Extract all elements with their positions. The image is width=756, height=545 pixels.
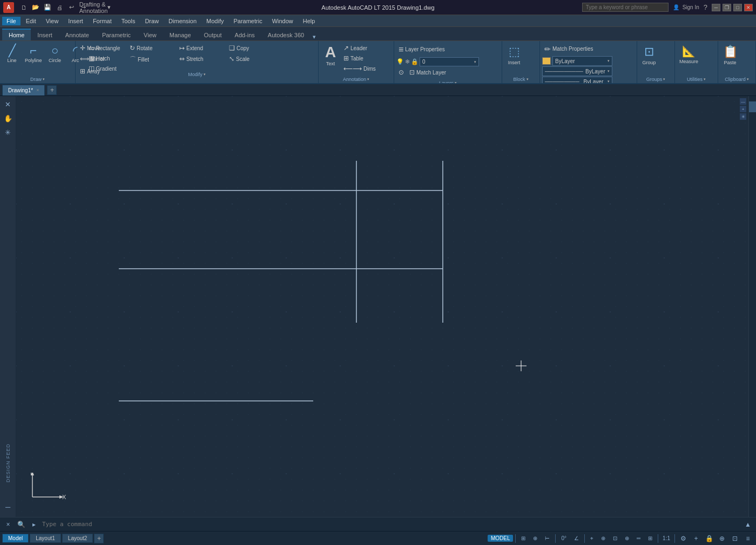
command-input[interactable] [42, 521, 740, 528]
pan-panel-button[interactable]: ✋ [2, 112, 14, 124]
status-lock[interactable]: 🔒 [703, 533, 715, 544]
tab-insert[interactable]: Insert [31, 29, 59, 40]
status-track[interactable]: ⊕ [598, 535, 609, 542]
clipboard-group-label[interactable]: Clipboard ▾ [718, 76, 755, 83]
extend-button[interactable]: ↦Extend [177, 43, 226, 53]
settings-panel-button[interactable]: ✳ [2, 126, 14, 138]
menu-window[interactable]: Window [268, 17, 298, 25]
menu-dimension[interactable]: Dimension [164, 17, 201, 25]
insert-button[interactable]: ⬚ Insert [504, 43, 524, 67]
restore-button[interactable]: ❐ [723, 4, 731, 11]
status-hardware-accel[interactable]: ⊕ [716, 533, 728, 544]
paste-button[interactable]: 📋 Paste [720, 43, 740, 67]
menu-draw[interactable]: Draw [140, 17, 163, 25]
tab-view[interactable]: View [137, 29, 163, 40]
match-layer-button[interactable]: ⊡Match Layer [407, 67, 448, 77]
drawing-canvas-area[interactable]: — + ✳ X Y [16, 96, 756, 517]
circle-button[interactable]: ○ Circle [45, 43, 65, 65]
layer-select-dropdown[interactable]: 0 ▾ [420, 57, 479, 66]
status-isolate[interactable]: ⊡ [729, 533, 741, 544]
tab-autodesk360[interactable]: Autodesk 360 [261, 29, 310, 40]
qa-save[interactable]: 💾 [42, 2, 53, 13]
status-settings[interactable]: ⚙ [677, 533, 689, 544]
scrollbar-thumb[interactable] [749, 101, 756, 112]
tab-parametric[interactable]: Parametric [96, 29, 137, 40]
mirror-button[interactable]: ⟺Mirror [78, 54, 126, 64]
cmd-history-button[interactable]: ▸ [29, 520, 39, 529]
stretch-button[interactable]: ⇔Stretch [177, 54, 226, 64]
status-snap-icons[interactable]: ⌖ [587, 535, 597, 542]
qa-workspace-dropdown[interactable]: Drafting & Annotation ▾ [90, 2, 100, 13]
right-scrollbar[interactable] [748, 96, 756, 517]
signin-label[interactable]: Sign In [683, 4, 699, 10]
menu-view[interactable]: View [42, 17, 63, 25]
move-button[interactable]: ✛Move [78, 43, 126, 53]
status-plus[interactable]: + [690, 533, 702, 544]
draw-group-label[interactable]: Draw ▾ [0, 76, 75, 83]
close-panel-button[interactable]: ✕ [2, 98, 14, 110]
design-feed-pin[interactable]: ─ [2, 501, 14, 513]
modify-group-label[interactable]: Modify ▾ [76, 71, 318, 78]
dims-button[interactable]: ⟵⟶Dims [341, 64, 378, 73]
layer-bulb-icon[interactable]: 💡 [396, 58, 404, 65]
menu-edit[interactable]: Edit [22, 17, 40, 25]
maximize-button[interactable]: □ [733, 4, 742, 11]
annotation-group-label[interactable]: Annotation ▾ [319, 76, 394, 83]
scale-button[interactable]: ⤡Scale [227, 54, 275, 64]
status-angle[interactable]: 0° [558, 535, 570, 542]
help-icon[interactable]: ? [704, 3, 707, 11]
tab-manage[interactable]: Manage [163, 29, 198, 40]
utilities-group-label[interactable]: Utilities ▾ [675, 76, 718, 83]
layout-tab-model[interactable]: Model [2, 534, 29, 543]
status-angle2[interactable]: ∠ [571, 535, 582, 542]
menu-parametric[interactable]: Parametric [229, 17, 266, 25]
panel-options[interactable]: ▾ [313, 33, 316, 40]
polyline-button[interactable]: ⌐ Polyline [23, 43, 44, 65]
vp-control-1[interactable]: — [740, 98, 746, 105]
linetype-dropdown[interactable]: ────────── ByLayer ▾ [542, 66, 612, 76]
layers-group-label[interactable]: Layers ▾ [394, 79, 502, 84]
cmd-close-button[interactable]: × [3, 520, 13, 529]
cmd-expand-button[interactable]: ▲ [743, 520, 753, 529]
menu-modify[interactable]: Modify [202, 17, 228, 25]
tab-annotate[interactable]: Annotate [59, 29, 96, 40]
text-button[interactable]: A Text [321, 43, 340, 69]
minimize-button[interactable]: ─ [712, 4, 720, 11]
qa-print[interactable]: 🖨 [54, 2, 65, 13]
tab-drawing1[interactable]: Drawing1* × [2, 85, 45, 96]
keyword-search[interactable] [582, 3, 669, 12]
status-tp[interactable]: ⊞ [645, 535, 656, 542]
qa-open[interactable]: 📂 [30, 2, 41, 13]
measure-button[interactable]: 📐 Measure [677, 43, 700, 66]
menu-file[interactable]: File [2, 17, 21, 25]
status-model-btn[interactable]: MODEL [488, 535, 514, 542]
status-ortho-icon[interactable]: ⊢ [542, 535, 553, 542]
qa-new[interactable]: 🗋 [18, 2, 29, 13]
status-grid-icon[interactable]: ⊞ [518, 535, 529, 542]
vp-control-2[interactable]: + [740, 106, 746, 112]
color-dropdown[interactable]: ByLayer ▾ [552, 56, 612, 66]
rotate-button[interactable]: ↻Rotate [127, 43, 176, 53]
menu-tools[interactable]: Tools [117, 17, 140, 25]
status-customize[interactable]: ≡ [742, 533, 754, 544]
close-button[interactable]: ✕ [744, 4, 753, 11]
tab-output[interactable]: Output [198, 29, 228, 40]
vp-control-3[interactable]: ✳ [740, 113, 746, 120]
menu-help[interactable]: Help [299, 17, 320, 25]
cmd-search-button[interactable]: 🔍 [16, 520, 26, 529]
match-properties-button[interactable]: ✏ Match Properties [542, 43, 596, 55]
layout-tab-layout2[interactable]: Layout2 [62, 534, 93, 543]
menu-insert[interactable]: Insert [64, 17, 87, 25]
groups-group-label[interactable]: Groups ▾ [637, 76, 674, 83]
leader-button[interactable]: ↗Leader [341, 43, 378, 53]
status-ucs[interactable]: ⊡ [610, 535, 620, 542]
layer-freeze-icon[interactable]: ❄ [405, 58, 410, 65]
status-lw[interactable]: ═ [633, 535, 644, 542]
table-button[interactable]: ⊞Table [341, 53, 378, 63]
layer-lock-icon[interactable]: 🔒 [411, 58, 418, 65]
menu-format[interactable]: Format [89, 17, 116, 25]
block-group-label[interactable]: Block ▾ [502, 76, 539, 83]
layer-properties-button[interactable]: ≡ Layer Properties [396, 43, 447, 56]
new-tab-button[interactable]: + [47, 85, 57, 95]
new-layout-button[interactable]: + [94, 534, 104, 543]
